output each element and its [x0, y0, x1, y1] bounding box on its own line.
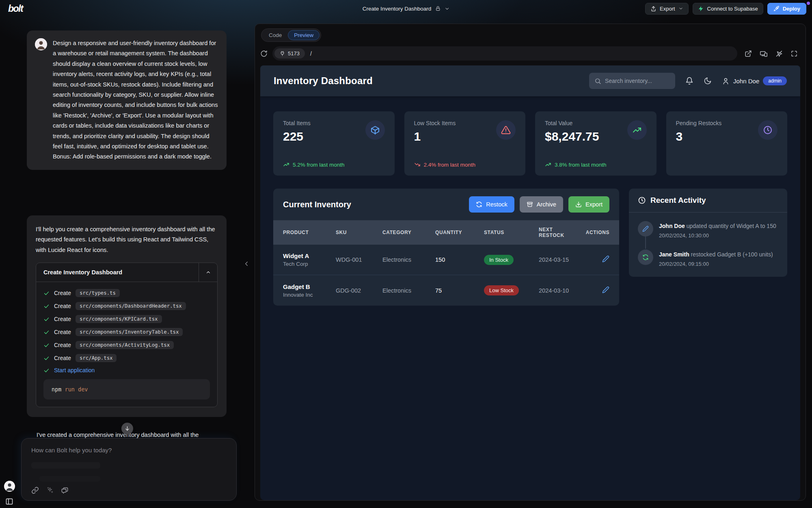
- inspector-cursor-icon[interactable]: [775, 50, 783, 57]
- timeline-connector: [645, 237, 646, 249]
- quantity-value[interactable]: 75: [435, 287, 484, 294]
- activity-item: John Doe updated quantity of Widget A to…: [638, 221, 778, 239]
- link-icon[interactable]: [31, 486, 39, 494]
- start-application-link[interactable]: Start application: [43, 367, 210, 373]
- inventory-row: Gadget B Innovate Inc GDG-002 Electronic…: [273, 275, 619, 306]
- file-create-row: Create src/components/ActivityLog.tsx: [43, 341, 210, 349]
- inventory-search[interactable]: [589, 73, 675, 89]
- export-csv-button[interactable]: Export: [568, 196, 609, 213]
- connect-supabase-button[interactable]: Connect to Supabase: [693, 3, 763, 15]
- arrow-down-icon: [124, 426, 130, 432]
- kpi-card-total-value: Total Value $8,247.75 3.8% from last mon…: [535, 111, 657, 176]
- devices-icon[interactable]: [760, 50, 768, 57]
- bell-icon[interactable]: [685, 77, 693, 85]
- alert-triangle-icon: [496, 120, 516, 140]
- collapse-actions-button[interactable]: [199, 263, 217, 282]
- role-badge: admin: [763, 76, 787, 85]
- kpi-card-total-items: Total Items 225 5.2% from last month: [273, 111, 395, 176]
- top-bar: bolt Create Inventory Dashboard Export C…: [0, 0, 812, 17]
- check-icon: [43, 329, 50, 335]
- bolt-logo[interactable]: bolt: [8, 3, 23, 14]
- url-path: /: [310, 50, 312, 57]
- sidebar-toggle-icon[interactable]: [5, 497, 13, 506]
- workbench-panel: Code Preview 5173 / Inventory Dashboard: [255, 24, 806, 501]
- chevron-down-icon: [678, 6, 683, 11]
- inventory-title: Current Inventory: [283, 200, 351, 209]
- deploy-button[interactable]: Deploy: [767, 3, 806, 15]
- account-avatar[interactable]: [4, 481, 15, 492]
- trend-up-icon: [283, 161, 289, 168]
- scroll-to-bottom-button[interactable]: [121, 423, 133, 434]
- open-external-icon[interactable]: [745, 50, 752, 57]
- assistant-intro-text: I'll help you create a comprehensive inv…: [36, 224, 218, 255]
- file-chip[interactable]: src/components/ActivityLog.tsx: [76, 341, 174, 349]
- project-title-menu[interactable]: Create Inventory Dashboard: [363, 0, 450, 17]
- search-input[interactable]: [605, 78, 666, 84]
- trend-up-icon: [545, 161, 551, 168]
- app-preview: Inventory Dashboard John Doe admin Total: [260, 65, 800, 500]
- refresh-icon: [638, 250, 653, 265]
- trending-up-icon: [627, 120, 647, 140]
- edit-pencil-icon[interactable]: [602, 286, 609, 293]
- chevron-up-icon: [205, 269, 211, 275]
- check-icon: [43, 342, 50, 348]
- fullscreen-icon[interactable]: [790, 50, 798, 57]
- inventory-table-header: Product SKU Category Quantity Status Nex…: [273, 220, 619, 245]
- chat-bubbles-icon[interactable]: [61, 486, 69, 494]
- user-menu[interactable]: John Doe admin: [722, 76, 787, 85]
- check-icon: [43, 316, 50, 322]
- file-create-row: Create src/App.tsx: [43, 354, 210, 362]
- user-name: John Doe: [733, 78, 759, 85]
- terminal-command: npm run dev: [43, 379, 210, 399]
- edit-pencil-icon[interactable]: [602, 255, 609, 263]
- collapse-panel-chevron[interactable]: [243, 260, 250, 267]
- archive-button[interactable]: Archive: [520, 196, 563, 213]
- check-icon: [43, 367, 50, 373]
- url-input[interactable]: 5173 /: [272, 46, 737, 61]
- tab-preview[interactable]: Preview: [288, 30, 320, 40]
- archive-icon: [527, 201, 533, 208]
- file-create-row: Create src/components/KPICard.tsx: [43, 315, 210, 323]
- kpi-card-low-stock: Low Stock Items 1 2.4% from last month: [404, 111, 526, 176]
- clock-icon: [638, 196, 646, 204]
- ghost-text: [39, 476, 100, 482]
- dark-mode-toggle-icon[interactable]: [704, 77, 712, 85]
- chat-input[interactable]: [31, 447, 222, 454]
- current-inventory-card: Current Inventory Restock Archive: [273, 189, 619, 306]
- dashboard-header: Inventory Dashboard John Doe admin: [260, 65, 800, 96]
- assistant-message-card: I'll help you create a comprehensive inv…: [27, 215, 227, 417]
- chat-input-box[interactable]: [21, 438, 237, 501]
- file-chip[interactable]: src/components/InventoryTable.tsx: [76, 328, 183, 336]
- tab-code[interactable]: Code: [263, 30, 288, 40]
- kpi-card-pending-restocks: Pending Restocks 3: [666, 111, 788, 176]
- check-icon: [43, 303, 50, 309]
- quantity-value[interactable]: 150: [435, 256, 484, 263]
- file-chip[interactable]: src/types.ts: [76, 289, 120, 297]
- status-badge: Low Stock: [484, 285, 519, 295]
- lock-icon: [435, 6, 441, 11]
- check-icon: [43, 290, 50, 296]
- supabase-bolt-icon: [698, 6, 704, 12]
- file-create-row: Create src/types.ts: [43, 289, 210, 297]
- package-icon: [365, 120, 385, 140]
- file-chip[interactable]: src/components/KPICard.tsx: [76, 315, 162, 323]
- recent-activity-card: Recent Activity John Doe updated quantit…: [629, 189, 787, 277]
- file-chip[interactable]: src/components/DashboardHeader.tsx: [76, 302, 186, 310]
- restock-button[interactable]: Restock: [469, 196, 514, 213]
- kpi-row: Total Items 225 5.2% from last month Low…: [273, 111, 787, 176]
- reload-icon[interactable]: [260, 50, 268, 57]
- ghost-text: [31, 462, 100, 469]
- activity-title: Recent Activity: [650, 196, 706, 205]
- sparkles-icon[interactable]: [46, 486, 54, 494]
- build-actions-card: Create Inventory Dashboard Create src/ty…: [36, 263, 218, 407]
- export-button[interactable]: Export: [645, 3, 689, 15]
- port-chip[interactable]: 5173: [274, 48, 305, 59]
- check-icon: [43, 355, 50, 361]
- inventory-row: Widget A Tech Corp WDG-001 Electronics 1…: [273, 245, 619, 275]
- clock-icon: [758, 120, 777, 140]
- search-icon: [594, 78, 601, 85]
- person-icon: [722, 77, 730, 85]
- dashboard-title: Inventory Dashboard: [274, 75, 373, 87]
- file-chip[interactable]: src/App.tsx: [76, 354, 117, 362]
- status-badge: In Stock: [484, 255, 514, 265]
